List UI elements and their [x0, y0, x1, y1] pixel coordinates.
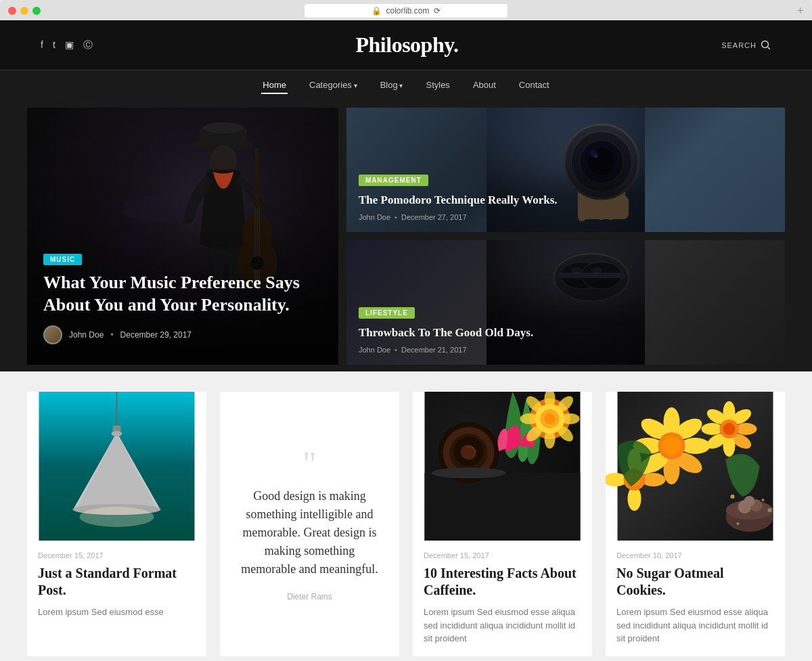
side-card-1-content: MANAGEMENT The Pomodoro Technique Really… — [359, 173, 773, 221]
side-author-2: John Doe — [359, 346, 390, 354]
svg-point-104 — [762, 499, 765, 501]
minimize-button[interactable] — [20, 7, 28, 15]
maximize-button[interactable] — [32, 7, 41, 15]
lock-icon: 🔒 — [371, 6, 382, 16]
svg-point-61 — [545, 413, 556, 424]
post-3-date: December 15, 2017 — [424, 551, 581, 560]
lower-section: December 15, 2017 Just a Standard Format… — [0, 371, 812, 661]
lamp-svg — [27, 392, 206, 541]
svg-point-90 — [723, 423, 736, 435]
nav-blog[interactable]: Blog — [379, 77, 405, 94]
quote-card: " Good design is making something intell… — [220, 392, 399, 656]
post-4-body: December 10, 2017 No Sugar Oatmeal Cooki… — [606, 541, 785, 656]
meta-dot-2: • — [394, 346, 397, 354]
post-4-image — [606, 392, 785, 541]
post-card-1[interactable]: December 15, 2017 Just a Standard Format… — [27, 392, 206, 656]
quote-author: Dieter Rams — [287, 592, 332, 601]
svg-point-103 — [731, 495, 735, 499]
address-bar[interactable]: 🔒 colorlib.com ⟳ — [304, 4, 508, 18]
side-tag-1[interactable]: MANAGEMENT — [359, 175, 428, 186]
post-card-3[interactable]: December 15, 2017 10 Interesting Facts A… — [413, 392, 592, 656]
coffee-svg — [413, 392, 592, 541]
svg-point-106 — [737, 522, 740, 525]
meta-separator: • — [110, 330, 113, 340]
browser-buttons — [8, 7, 41, 15]
twitter-icon[interactable]: t — [53, 39, 55, 51]
close-button[interactable] — [8, 7, 16, 15]
author-avatar — [43, 325, 62, 344]
reload-icon[interactable]: ⟳ — [434, 6, 441, 16]
svg-line-1 — [768, 47, 771, 49]
post-1-excerpt: Lorem ipsum Sed eiusmod esse — [38, 606, 196, 619]
new-tab-button[interactable]: + — [797, 5, 804, 17]
facebook-icon[interactable]: f — [41, 39, 43, 51]
post-card-4[interactable]: December 10, 2017 No Sugar Oatmeal Cooki… — [606, 392, 785, 656]
side-card-2-meta: John Doe • December 21, 2017 — [359, 346, 773, 354]
quote-mark: " — [302, 447, 316, 480]
search-icon — [761, 40, 771, 51]
quote-text: Good design is making something intellig… — [236, 487, 383, 578]
svg-point-66 — [545, 430, 556, 449]
url-text: colorlib.com — [386, 6, 429, 16]
post-1-body: December 15, 2017 Just a Standard Format… — [27, 541, 206, 630]
side-date-1: December 27, 2017 — [401, 213, 467, 221]
hero-tag[interactable]: MUSIC — [43, 254, 82, 265]
post-4-excerpt: Lorem ipsum Sed eiusmod esse aliqua sed … — [616, 606, 774, 645]
post-1-image — [27, 392, 206, 541]
post-4-date: December 10, 2017 — [616, 551, 774, 560]
side-card-1[interactable]: MANAGEMENT The Pomodoro Technique Really… — [346, 108, 785, 232]
nav-home[interactable]: Home — [261, 77, 288, 94]
post-1-date: December 15, 2017 — [38, 551, 196, 560]
post-3-body: December 15, 2017 10 Interesting Facts A… — [413, 541, 592, 656]
post-4-title[interactable]: No Sugar Oatmeal Cookies. — [616, 565, 774, 599]
nav-categories[interactable]: Categories — [308, 77, 359, 94]
svg-point-64 — [561, 413, 580, 424]
hero-section: MUSIC What Your Music Preference Says Ab… — [27, 108, 785, 365]
hero-main-card[interactable]: MUSIC What Your Music Preference Says Ab… — [27, 108, 338, 365]
side-tag-2[interactable]: LIFESTYLE — [359, 307, 415, 319]
post-3-excerpt: Lorem ipsum Sed eiusmod esse aliqua sed … — [424, 606, 581, 645]
side-card-2-content: LIFESTYLE Throwback To The Good Old Days… — [359, 306, 773, 354]
hero-author: John Doe — [69, 330, 104, 340]
hero-side-cards: MANAGEMENT The Pomodoro Technique Really… — [346, 108, 785, 365]
browser-titlebar: 🔒 colorlib.com ⟳ + — [0, 7, 812, 20]
site-title[interactable]: Philosophy. — [356, 32, 459, 58]
side-date-2: December 21, 2017 — [401, 346, 467, 354]
side-author-1: John Doe — [359, 213, 390, 221]
website-content: f t ▣ Ⓒ Philosophy. SEARCH Home Categori… — [0, 20, 812, 661]
post-1-title[interactable]: Just a Standard Format Post. — [38, 565, 196, 599]
svg-point-80 — [662, 436, 681, 455]
hero-date: December 29, 2017 — [120, 330, 191, 340]
post-3-image — [413, 392, 592, 541]
hero-main-meta: John Doe • December 29, 2017 — [43, 325, 322, 344]
side-card-2-title[interactable]: Throwback To The Good Old Days. — [359, 325, 773, 340]
side-card-1-meta: John Doe • December 27, 2017 — [359, 213, 773, 221]
post-3-title[interactable]: 10 Interesting Facts About Caffeine. — [424, 565, 581, 599]
meta-dot-1: • — [394, 213, 397, 221]
site-navigation: Home Categories Blog Styles About Contac… — [0, 70, 812, 101]
hero-main-title[interactable]: What Your Music Preference Says About Yo… — [43, 272, 322, 316]
instagram-icon[interactable]: ▣ — [65, 39, 74, 51]
svg-rect-52 — [425, 473, 581, 541]
social-icons: f t ▣ Ⓒ — [41, 39, 93, 51]
svg-point-105 — [768, 508, 772, 512]
pinterest-icon[interactable]: Ⓒ — [83, 39, 93, 51]
svg-point-57 — [432, 468, 506, 478]
side-card-1-title[interactable]: The Pomodoro Technique Really Works. — [359, 193, 773, 208]
search-button[interactable]: SEARCH — [721, 40, 771, 51]
posts-grid: December 15, 2017 Just a Standard Format… — [27, 392, 785, 656]
side-card-2[interactable]: LIFESTYLE Throwback To The Good Old Days… — [346, 240, 785, 365]
nav-about[interactable]: About — [472, 77, 497, 94]
browser-window: 🔒 colorlib.com ⟳ + — [0, 0, 812, 20]
svg-point-102 — [744, 496, 755, 507]
site-header: f t ▣ Ⓒ Philosophy. SEARCH — [0, 20, 812, 70]
svg-point-68 — [520, 413, 539, 424]
nav-contact[interactable]: Contact — [518, 77, 551, 94]
nav-styles[interactable]: Styles — [424, 77, 451, 94]
hero-main-content: MUSIC What Your Music Preference Says Ab… — [43, 252, 322, 344]
search-label: SEARCH — [721, 41, 757, 49]
svg-point-0 — [762, 41, 769, 47]
flowers-svg — [606, 392, 785, 541]
svg-point-50 — [80, 507, 154, 527]
